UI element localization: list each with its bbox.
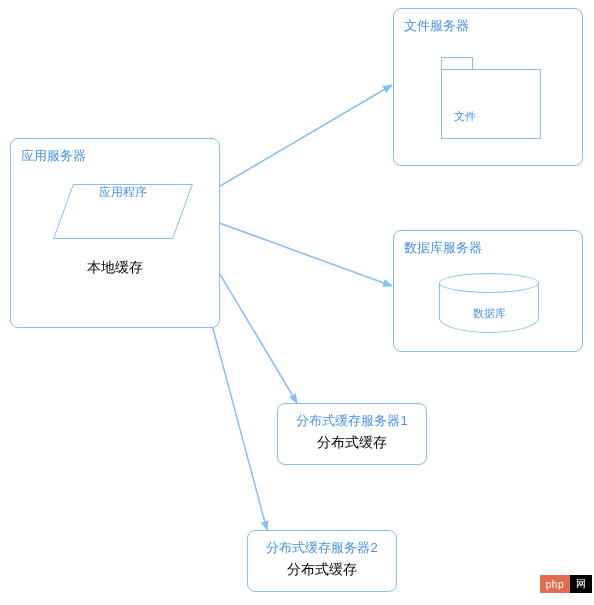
file-server-box: 文件服务器 文件 [393, 8, 583, 166]
diagram-canvas: 应用服务器 应用程序 本地缓存 文件服务器 文件 数据库服务器 数据库 分布式缓… [0, 0, 594, 605]
cache-server-1-box: 分布式缓存服务器1 分布式缓存 [277, 403, 427, 465]
db-cylinder-label: 数据库 [439, 306, 539, 321]
cache-server-2-box: 分布式缓存服务器2 分布式缓存 [247, 530, 397, 592]
cache-server-1-title: 分布式缓存服务器1 [278, 404, 426, 430]
file-server-title: 文件服务器 [394, 9, 582, 35]
app-server-title: 应用服务器 [11, 139, 219, 165]
folder-label: 文件 [454, 109, 476, 124]
app-program-label: 应用程序 [63, 184, 183, 201]
watermark-badge-left: php [540, 575, 570, 593]
folder-tab-icon [441, 57, 473, 69]
watermark-badge: php 网 [540, 575, 592, 593]
watermark-badge-right: 网 [570, 575, 592, 593]
cache-server-1-subtitle: 分布式缓存 [278, 430, 426, 462]
folder-icon [441, 69, 541, 139]
app-server-box: 应用服务器 应用程序 本地缓存 [10, 138, 220, 328]
db-cylinder-top [439, 273, 539, 293]
app-server-subtitle: 本地缓存 [11, 255, 219, 287]
cache-server-2-title: 分布式缓存服务器2 [248, 531, 396, 557]
cache-server-2-subtitle: 分布式缓存 [248, 557, 396, 589]
db-server-title: 数据库服务器 [394, 231, 582, 257]
db-server-box: 数据库服务器 数据库 [393, 230, 583, 352]
